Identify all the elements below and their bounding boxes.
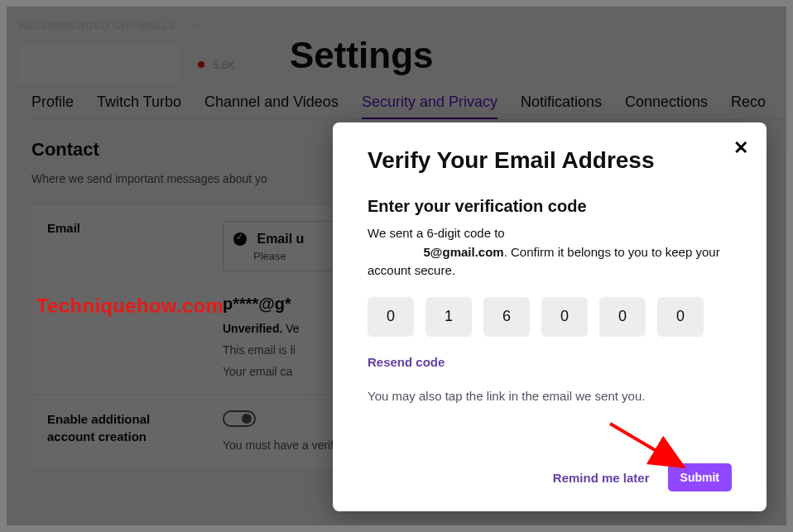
remind-me-later-button[interactable]: Remind me later: [553, 471, 650, 485]
tab-connections[interactable]: Connections: [625, 93, 708, 111]
email-field-label: Email: [47, 221, 196, 235]
tab-profile[interactable]: Profile: [31, 93, 74, 111]
page-title: Settings: [290, 35, 434, 76]
tab-twitch-turbo[interactable]: Twitch Turbo: [97, 93, 181, 111]
modal-sent-text: We sent a 6-digit code to xxxxxxxxx5@gma…: [368, 224, 732, 280]
contact-heading: Contact: [31, 139, 99, 161]
check-circle-icon: [233, 232, 247, 246]
code-digit-2[interactable]: 1: [425, 297, 472, 337]
unverified-label: Unverified.: [223, 322, 282, 335]
collapse-icon[interactable]: ⟵: [191, 16, 213, 34]
enable-additional-label: Enable additional account creation: [47, 410, 196, 445]
email-status-title: Email u: [257, 232, 304, 246]
verify-email-modal: ✕ Verify Your Email Address Enter your v…: [333, 122, 767, 511]
live-indicator-icon: [198, 61, 204, 68]
code-digit-6[interactable]: 0: [657, 297, 704, 337]
unverified-text: Ve: [282, 322, 299, 335]
tab-security-privacy[interactable]: Security and Privacy: [362, 93, 497, 119]
enable-additional-toggle[interactable]: [223, 410, 256, 427]
modal-subtitle: Enter your verification code: [368, 197, 732, 216]
code-digit-3[interactable]: 6: [483, 297, 530, 337]
code-digit-4[interactable]: 0: [541, 297, 588, 337]
submit-button[interactable]: Submit: [668, 463, 732, 491]
tab-notifications[interactable]: Notifications: [521, 93, 602, 111]
code-digit-1[interactable]: 0: [368, 297, 414, 337]
viewer-count: 5.6K: [213, 59, 235, 71]
tap-link-hint: You may also tap the link in the email w…: [368, 389, 732, 403]
tab-channel-videos[interactable]: Channel and Videos: [204, 93, 339, 111]
close-icon[interactable]: ✕: [733, 137, 748, 159]
recommended-channels-label: RECOMMENDED CHANNELS: [18, 19, 176, 31]
resend-code-link[interactable]: Resend code: [368, 355, 732, 369]
code-digit-5[interactable]: 0: [599, 297, 646, 337]
watermark-text: Techniquehow.com: [36, 295, 223, 318]
tab-recommendations[interactable]: Reco: [731, 93, 766, 111]
code-input-row: 0 1 6 0 0 0: [368, 297, 732, 337]
channel-avatar-block[interactable]: [18, 45, 180, 84]
settings-tabs: Profile Twitch Turbo Channel and Videos …: [31, 93, 786, 120]
modal-title: Verify Your Email Address: [368, 147, 732, 174]
